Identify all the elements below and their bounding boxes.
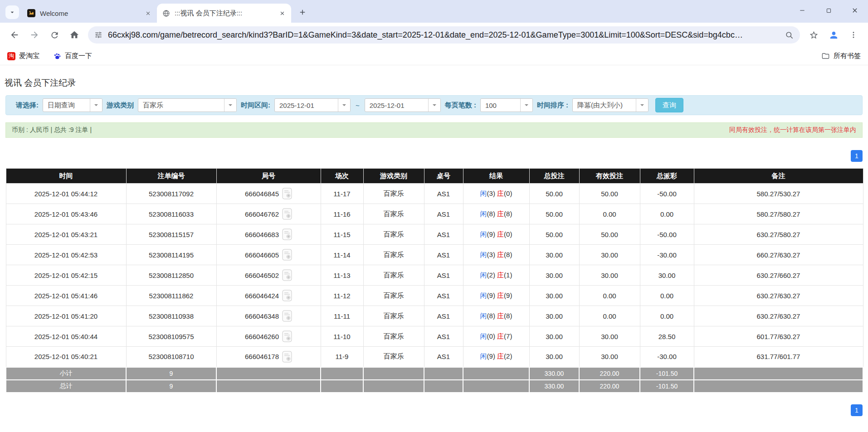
- table-row: 2025-12-01 05:43:46523008116033666046762…: [6, 204, 863, 224]
- video-replay-icon[interactable]: [282, 351, 292, 363]
- maximize-button[interactable]: [815, 0, 842, 21]
- video-replay-icon[interactable]: [282, 310, 292, 322]
- tab-search-button[interactable]: [5, 5, 19, 19]
- footer-valid-bet: 220.00: [579, 380, 640, 393]
- remark-cell: 601.77/630.27: [694, 326, 863, 347]
- remark-cell: 630.27/660.27: [694, 265, 863, 286]
- all-bookmarks-button[interactable]: 所有书签: [821, 52, 861, 60]
- table-number-cell: AS1: [424, 265, 463, 286]
- video-replay-icon[interactable]: [282, 188, 292, 199]
- folder-icon: [821, 52, 830, 60]
- game-type-select[interactable]: 百家乐: [138, 98, 237, 112]
- pagination-top: 1: [5, 150, 863, 162]
- round-number: 666046845: [245, 190, 279, 198]
- window-controls: [789, 0, 868, 21]
- menu-kebab-icon[interactable]: [844, 26, 863, 44]
- footer-count: 9: [126, 380, 216, 393]
- forward-button[interactable]: [25, 26, 44, 44]
- valid-bet-cell: 50.00: [579, 224, 640, 245]
- footer-empty-cell: [216, 367, 321, 380]
- column-header: 场次: [321, 169, 363, 184]
- banker-score: (1): [504, 271, 512, 279]
- player-score: (8): [487, 210, 495, 218]
- profile-avatar[interactable]: [824, 26, 843, 44]
- video-replay-icon[interactable]: [282, 269, 292, 281]
- footer-empty-cell: [463, 380, 529, 393]
- video-replay-icon[interactable]: [282, 330, 292, 342]
- back-button[interactable]: [5, 26, 24, 44]
- remark-cell: 660.27/630.27: [694, 245, 863, 265]
- result-cell: 闲(9) 庄(9): [463, 286, 529, 306]
- close-window-button[interactable]: [842, 0, 868, 21]
- date-end-select[interactable]: 2025-12-01: [365, 98, 441, 112]
- table-row: 2025-12-01 05:43:21523008115157666046683…: [6, 224, 863, 245]
- round-number-cell: 666046260: [216, 326, 321, 347]
- table-number-cell: AS1: [424, 184, 463, 204]
- total-bet-cell: 30.00: [529, 245, 579, 265]
- bookmark-baidu[interactable]: 百度一下: [53, 52, 92, 60]
- session-cell: 11-10: [321, 326, 363, 347]
- bet-number-cell: 523008109575: [126, 326, 216, 347]
- tab-welcome[interactable]: Welcome: [22, 4, 157, 23]
- payout-cell: -30.00: [640, 347, 694, 367]
- time-cell: 2025-12-01 05:41:46: [6, 286, 126, 306]
- player-result: 闲: [480, 210, 487, 218]
- player-result: 闲: [480, 230, 487, 238]
- welcome-tab-favicon-icon: [27, 9, 35, 17]
- footer-payout: -101.50: [640, 367, 694, 380]
- search-button[interactable]: 查询: [655, 98, 683, 112]
- bookmark-star-icon[interactable]: [805, 26, 823, 44]
- video-replay-icon[interactable]: [282, 249, 292, 261]
- video-replay-icon[interactable]: [282, 290, 292, 301]
- tilde-separator: ~: [355, 102, 361, 109]
- tab-close-icon[interactable]: [143, 9, 152, 18]
- total-bet-cell: 50.00: [529, 184, 579, 204]
- bookmark-aitaobao[interactable]: 淘 爱淘宝: [7, 52, 39, 60]
- home-button[interactable]: [65, 26, 83, 44]
- payout-cell: 0.00: [640, 306, 694, 326]
- footer-empty-cell: [424, 380, 463, 393]
- time-range-label: 时间区间:: [241, 101, 270, 110]
- tab-close-icon[interactable]: [278, 9, 287, 18]
- query-type-value: 日期查询: [43, 99, 90, 112]
- bet-table-footer: 小计9330.00220.00-101.50总计9330.00220.00-10…: [6, 367, 863, 393]
- date-start-select[interactable]: 2025-12-01: [274, 98, 351, 112]
- total-bet-cell: 30.00: [529, 326, 579, 347]
- valid-bet-cell: 30.00: [579, 347, 640, 367]
- round-number-wrap: 666046762: [245, 208, 292, 220]
- game-type-cell: 百家乐: [363, 326, 424, 347]
- per-page-select[interactable]: 100: [480, 98, 533, 112]
- banker-result: 庄: [497, 230, 504, 238]
- total-bet-cell: 30.00: [529, 306, 579, 326]
- table-number-cell: AS1: [424, 224, 463, 245]
- player-result: 闲: [480, 189, 487, 197]
- round-number-cell: 666046762: [216, 204, 321, 224]
- page-1-button[interactable]: 1: [851, 404, 863, 416]
- game-type-cell: 百家乐: [363, 286, 424, 306]
- game-type-cell: 百家乐: [363, 347, 424, 367]
- site-settings-icon[interactable]: [94, 31, 102, 39]
- sort-order-select[interactable]: 降冪(由大到小): [572, 98, 649, 112]
- result-cell: 闲(0) 庄(7): [463, 326, 529, 347]
- video-replay-icon[interactable]: [282, 208, 292, 220]
- address-bar[interactable]: 66cxkj98.com/game/betrecord_search/kind3…: [88, 26, 800, 44]
- tab-bet-records[interactable]: :::视讯 会员下注纪录:::: [157, 4, 291, 23]
- reload-button[interactable]: [45, 26, 63, 44]
- minimize-button[interactable]: [789, 0, 815, 21]
- footer-empty-cell: [321, 380, 363, 393]
- page-1-button[interactable]: 1: [851, 150, 863, 162]
- new-tab-button[interactable]: [296, 5, 309, 19]
- player-result: 闲: [480, 312, 487, 320]
- table-number-cell: AS1: [424, 286, 463, 306]
- remark-cell: 580.27/580.27: [694, 204, 863, 224]
- taobao-icon: 淘: [7, 52, 15, 60]
- result-cell: 闲(8) 庄(8): [463, 204, 529, 224]
- round-number-wrap: 666046178: [245, 351, 292, 363]
- date-start-value: 2025-12-01: [275, 99, 338, 112]
- query-type-select[interactable]: 日期查询: [43, 98, 102, 112]
- zoom-level-icon[interactable]: [785, 31, 794, 39]
- video-replay-icon[interactable]: [282, 228, 292, 240]
- select-arrow-icon: [224, 99, 236, 112]
- banker-score: (8): [504, 251, 512, 258]
- player-result: 闲: [480, 251, 487, 258]
